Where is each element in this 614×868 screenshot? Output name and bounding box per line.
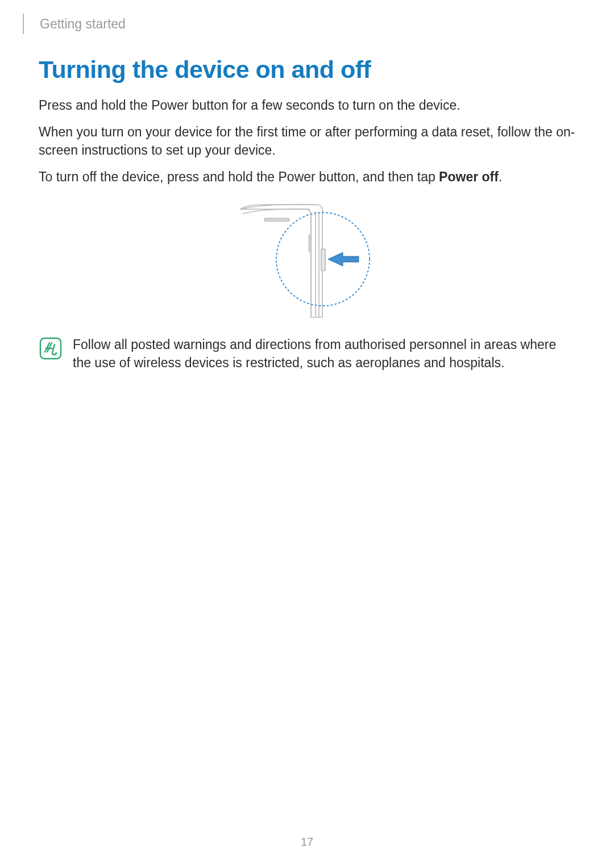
header-divider <box>23 14 24 34</box>
paragraph-3-pre: To turn off the device, press and hold t… <box>39 169 439 184</box>
svg-rect-0 <box>264 218 289 221</box>
section-name: Getting started <box>40 16 126 32</box>
power-button-shape <box>321 249 325 271</box>
note-block: Follow all posted warnings and direction… <box>39 335 575 372</box>
note-icon <box>39 337 63 363</box>
phone-power-button-illustration <box>230 201 384 321</box>
page-number: 17 <box>0 836 614 849</box>
device-figure <box>39 201 575 321</box>
paragraph-3: To turn off the device, press and hold t… <box>39 168 575 186</box>
page-header: Getting started <box>23 14 126 34</box>
arrow-icon <box>328 252 359 266</box>
paragraph-2: When you turn on your device for the fir… <box>39 123 575 160</box>
paragraph-1: Press and hold the Power button for a fe… <box>39 96 575 115</box>
paragraph-3-post: . <box>499 169 502 184</box>
page-title: Turning the device on and off <box>39 56 575 84</box>
paragraph-3-bold: Power off <box>439 169 499 184</box>
page-content: Turning the device on and off Press and … <box>39 51 575 372</box>
note-text: Follow all posted warnings and direction… <box>73 335 575 372</box>
svg-marker-1 <box>328 252 359 266</box>
